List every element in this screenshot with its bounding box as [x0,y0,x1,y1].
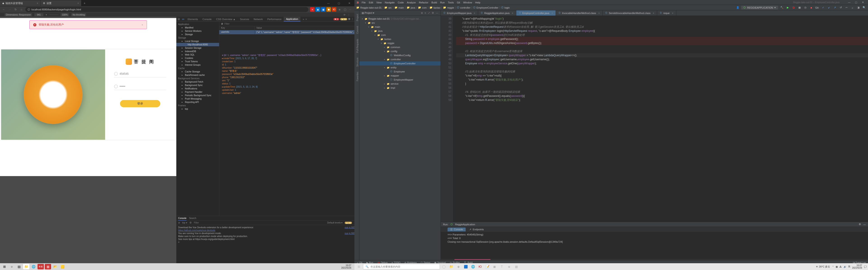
editor-tab[interactable]: ⒸInvocableHandlerMethod.class× [556,10,602,15]
breadcrumb-item[interactable]: Ⓒ EmployeeController [473,6,498,9]
breadcrumb-item[interactable]: 📁 Reggie-take-out-01 [356,6,381,9]
git-update-icon[interactable]: ✓ [821,6,825,10]
breadcrumb-item[interactable]: 📁 src [384,6,392,9]
ide-settings-icon[interactable]: ◨ [856,6,860,10]
ext-icon[interactable]: ▦ [321,7,326,12]
app-tree-item[interactable]: ▸Back/forward cache [176,73,219,77]
device-toggle-icon[interactable]: ▭ [181,18,185,21]
app-tree-item[interactable]: ▸Cache Storage [176,70,219,73]
warn-badge[interactable]: ▲ 24 [340,18,347,20]
tray-vol-icon[interactable]: 🔊 [844,266,846,268]
app-tree-item[interactable]: ▸Session Storage [176,46,219,50]
hide-icon[interactable]: — [436,11,438,14]
tree-node[interactable]: ▸📁common [360,45,440,49]
new-tab-button[interactable]: + [81,1,88,5]
start-button[interactable]: ⊞ [1,264,8,269]
close-tab-icon[interactable]: × [78,2,79,4]
tray-up-icon[interactable]: ⌃ [832,266,834,268]
editor-tab[interactable]: Ⓒreque× [657,10,676,15]
breadcrumb-item[interactable]: 📁 main [395,6,404,9]
tree-node[interactable]: ▸📁mapper [360,74,440,78]
expand-icon[interactable]: ⤢ [428,11,430,14]
project-tab-label[interactable]: ▤ Project ▾ [362,11,374,14]
tool-project[interactable]: Project [354,13,359,22]
tree-node[interactable]: ▾📁controller [360,57,440,61]
git-push-icon[interactable]: ↗ [833,6,837,10]
app-tree-item[interactable]: ▸Background Sync [176,83,219,87]
dt-tab-network[interactable]: Network [251,17,265,22]
menu-help[interactable]: Help [475,1,480,4]
tree-node[interactable]: ▾📁config [360,49,440,53]
breadcrumb[interactable]: 📁 Reggie-take-out-01⟩📁 src⟩📁 main⟩📁 java… [356,6,510,9]
gear-icon[interactable]: ⚙ [432,11,434,14]
close-tab-icon[interactable]: × [37,2,38,4]
ext-icon[interactable]: ◉ [315,7,320,12]
more-icon[interactable]: ⋮ [351,18,354,21]
editor-tab[interactable]: ⒸServletInvocableHandlerMethod.class× [602,10,657,15]
endpoints-subtab[interactable]: ↗ Endpoints [467,228,487,231]
tool-pullreq[interactable]: Pull Requests [354,37,359,54]
task-view-icon[interactable]: ◯ [441,264,447,269]
hammer-icon[interactable]: 🔨 [780,6,784,10]
app-tree-item[interactable]: ▸Trust Tokens [176,60,219,63]
application-tree[interactable]: Application▸Manifest▸Service Workers▸Sto… [176,22,219,216]
window-min-button[interactable]: — [323,0,334,6]
device-height-input[interactable] [49,14,58,15]
edge-icon[interactable]: 🌐 [470,264,476,269]
clear-console-icon[interactable]: ⊘ [178,222,180,224]
menu-window[interactable]: Window [463,1,472,4]
tray-icon[interactable]: ▦ [836,266,838,268]
menu-navigate[interactable]: Navigate [385,1,395,4]
breadcrumb-item[interactable]: Ⓒ controller [457,6,470,9]
dt-tab-more[interactable]: »× [301,17,309,22]
tree-node[interactable]: ▾📁reggie [360,41,440,45]
console-subtab[interactable]: ☰ Console [447,228,466,231]
device-mode[interactable]: Dimensions: Responsive [4,13,32,16]
run-scrollbar[interactable] [441,259,868,260]
issues-badge[interactable]: ▲ 24 [345,222,352,224]
username-input[interactable]: 454545 [114,70,166,77]
app-tree-item[interactable]: ▸Storage [176,33,219,36]
device-more-icon[interactable]: ⋮ [348,13,350,16]
tree-node[interactable]: ▾📁taotao [360,37,440,41]
notifications-icon[interactable]: 💬 [864,266,867,268]
device-width-input[interactable]: 941 [34,13,43,16]
context-select[interactable]: top ▾ [182,222,187,224]
tool-commit[interactable]: Commit [354,25,359,35]
run-config-select[interactable]: ⬡ REGGIEAPPLICATION ▾ [741,6,778,9]
app-tree-item[interactable]: ▸Background Fetch [176,80,219,83]
breadcrumb-item[interactable]: 📁 java [407,6,415,9]
error-badge[interactable]: ✖ 2 [333,18,339,20]
tree-node[interactable]: ▸📁impl [360,86,440,90]
app-icon[interactable]: 📂 [52,264,58,269]
app-icon[interactable]: ◈ [506,264,512,269]
menu-tools[interactable]: Tools [448,1,454,4]
editor-tab[interactable]: ⒸReggieApplication.java× [478,10,516,15]
url-input[interactable]: ⓘ localhost:8080/backend/page/login/logi… [25,7,308,12]
alert-close-icon[interactable]: × [142,24,143,26]
more-icon[interactable]: 🔍 [862,6,866,10]
tray-ime-icon[interactable]: 英 [848,265,850,268]
editor-tab[interactable]: ⒸEmployeeMapper.java× [441,10,478,15]
menu-refactor[interactable]: Refactor [419,1,428,4]
profiler-icon[interactable]: ◷ [803,6,807,10]
ij-min-icon[interactable]: — [846,1,852,4]
window-max-button[interactable]: ▢ [334,0,344,6]
app-icon[interactable]: ▦ [513,264,520,269]
browser-tab-1[interactable]: ⚙ 设置 × [41,0,81,6]
editor-tab[interactable]: ⒸEmployeeController.java× [516,10,556,15]
menu-git[interactable]: Git [457,1,460,4]
app-tree-item[interactable]: ▸Reporting API [176,100,219,104]
window-close-button[interactable]: ✕ [344,0,354,6]
breadcrumb-item[interactable]: 📁 taotao [430,6,440,9]
dt-tab-perf[interactable]: Performance [265,17,284,22]
nav-home-icon[interactable]: ⌂ [20,7,24,11]
app-icon[interactable]: 有道 [37,264,44,269]
nav-reload-icon[interactable]: ↻ [13,7,18,11]
menu-icon[interactable]: ⋯ [348,7,352,12]
tool-favorites[interactable]: Favorites [354,70,359,82]
app-icon[interactable]: ▦ [45,264,51,269]
app-icon[interactable]: 🟨 [59,264,66,269]
password-input[interactable]: •••••• [114,83,166,90]
search-icon[interactable]: ⌕ [850,6,855,10]
